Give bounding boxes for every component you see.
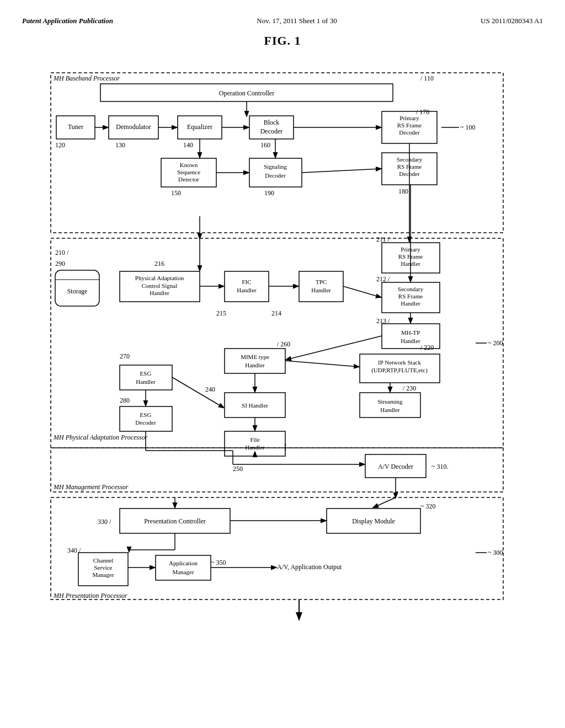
ref-214: 214 <box>271 309 281 317</box>
ref-240: 240 <box>205 386 215 393</box>
region-mh-pres-label: MH Presentation Processor <box>53 592 127 599</box>
esg-decoder-label: ESG <box>140 411 152 418</box>
ref-310: ~ 310. <box>431 463 449 470</box>
ref-290: 290 <box>55 260 65 267</box>
svg-rect-30 <box>225 349 285 373</box>
ref-180: 180 <box>398 188 408 195</box>
ip-network-label2: (UDP,RTP,FLUTE,etc) <box>371 367 428 374</box>
tuner-label: Tuner <box>68 123 83 131</box>
app-manager-label: Application <box>169 560 198 566</box>
region-mh-mgmt-label: MH Management Processor <box>53 483 129 491</box>
mh-tp-handler-label: MH-TP <box>401 329 420 336</box>
secondary-rs-handler-label: Secondary <box>398 286 424 292</box>
region-mh-baseband-label: MH Baseband Processor <box>53 74 120 82</box>
ref-250: 250 <box>233 465 243 473</box>
file-handler-label: File <box>250 436 259 443</box>
demodulator-label: Demodulator <box>116 123 151 131</box>
ref-160: 160 <box>260 141 270 149</box>
svg-rect-60 <box>51 497 503 599</box>
ref-213: 213 / <box>376 317 390 325</box>
av-decoder-label: A/V Decoder <box>378 463 413 470</box>
ref-110: / 110 <box>420 74 434 82</box>
known-seq-label2: Sequence <box>177 169 200 175</box>
fic-handler-label2: Handler <box>237 287 257 293</box>
ref-340: 340 / <box>67 547 81 554</box>
svg-line-42 <box>343 286 381 297</box>
primary-rs-decoder-label: Primary <box>399 115 419 121</box>
ip-network-label: IP Network Stack <box>378 359 421 366</box>
pres-controller-label: Presentation Controller <box>144 517 206 525</box>
phys-adapt-label: Physical Adaptation <box>135 275 184 281</box>
svg-line-45 <box>285 361 359 367</box>
storage-label: Storage <box>67 287 88 295</box>
phys-adapt-label3: Handler <box>150 290 169 296</box>
ref-270: 270 <box>120 352 130 360</box>
tpc-handler-label: TPC <box>316 279 327 285</box>
region-mh-phys-label: MH Physical Adaptation Processor <box>53 433 148 441</box>
tpc-handler-label2: Handler <box>311 287 331 293</box>
block-decoder-label2: Decoder <box>260 127 283 135</box>
app-manager-label2: Manager <box>172 569 194 575</box>
display-module-label: Display Module <box>352 517 395 525</box>
ref-130: 130 <box>115 141 125 149</box>
svg-line-49 <box>172 377 223 408</box>
esg-handler-label2: Handler <box>136 378 156 385</box>
ref-200: ~ 200 <box>488 339 503 347</box>
ref-320: ~ 320 <box>420 502 436 510</box>
primary-rs-decoder-label2: RS Frame <box>397 122 422 129</box>
ref-230: / 230 <box>403 384 416 392</box>
channel-service-manager-label2: Service <box>94 564 113 571</box>
streaming-handler-label2: Handler <box>380 406 400 413</box>
page: Patent Application Publication Nov. 17, … <box>0 0 565 728</box>
svg-line-19 <box>302 169 381 173</box>
ref-280: 280 <box>120 397 130 404</box>
header-date-sheet: Nov. 17, 2011 Sheet 1 of 30 <box>257 17 337 25</box>
figure-title: FIG. 1 <box>22 34 543 48</box>
svg-rect-34 <box>360 393 420 417</box>
ref-330: 330 / <box>98 518 111 526</box>
mh-tp-handler-label2: Handler <box>401 338 420 344</box>
known-seq-label3: Detector <box>178 176 199 183</box>
ref-260: / 260 <box>277 340 290 348</box>
svg-rect-65 <box>156 555 211 580</box>
ref-215: 215 <box>216 309 226 317</box>
svg-rect-32 <box>120 365 172 390</box>
esg-decoder-label2: Decoder <box>135 419 156 426</box>
header-publication-label: Patent Application Publication <box>22 17 113 25</box>
ref-220: / 220 <box>420 344 434 351</box>
ref-120: 120 <box>55 141 65 149</box>
svg-line-68 <box>374 497 396 507</box>
block-decoder-label: Block <box>264 119 280 126</box>
diagram-container: MH Baseband Processor / 110 Operation Co… <box>34 56 531 690</box>
esg-handler-label: ESG <box>140 370 152 377</box>
mime-handler-label2: Handler <box>245 362 265 368</box>
ref-150: 150 <box>171 189 181 197</box>
si-handler-label: SI Handler <box>242 402 268 409</box>
ref-350: ~ 350 <box>211 559 226 566</box>
ref-190: 190 <box>264 189 274 197</box>
operation-controller-label: Operation Controller <box>219 89 274 97</box>
file-handler-label2: Handler <box>245 444 265 451</box>
header-patent-number: US 2011/0280343 A1 <box>481 17 543 25</box>
secondary-rs-handler-label3: Handler <box>401 300 420 307</box>
ref-216: 216 <box>154 260 164 267</box>
signaling-dec-label: Signaling <box>264 163 287 170</box>
signaling-dec-label2: Decoder <box>265 172 286 179</box>
ref-100: ~ 100 <box>460 124 476 131</box>
primary-rs-decoder-label3: Decoder <box>399 129 420 136</box>
channel-service-manager-label: Channel <box>93 557 114 564</box>
ref-211: 211 / <box>376 235 390 243</box>
ref-212: 212 / <box>376 275 390 283</box>
ref-300: ~ 300 <box>488 549 503 556</box>
av-app-output-label: A/V, Application Output <box>277 563 342 571</box>
phys-adapt-label2: Control Signal <box>142 282 177 289</box>
mime-handler-label: MIME type <box>241 354 269 360</box>
svg-line-44 <box>286 336 382 360</box>
known-seq-label: Known <box>180 162 198 168</box>
fic-handler-label: FIC <box>242 279 251 285</box>
diagram-svg: MH Baseband Processor / 110 Operation Co… <box>34 56 531 690</box>
ref-140: 140 <box>183 141 193 149</box>
equalizer-label: Equalizer <box>187 123 212 131</box>
secondary-rs-handler-label2: RS Frame <box>398 293 423 299</box>
channel-service-manager-label3: Manager <box>92 571 114 578</box>
